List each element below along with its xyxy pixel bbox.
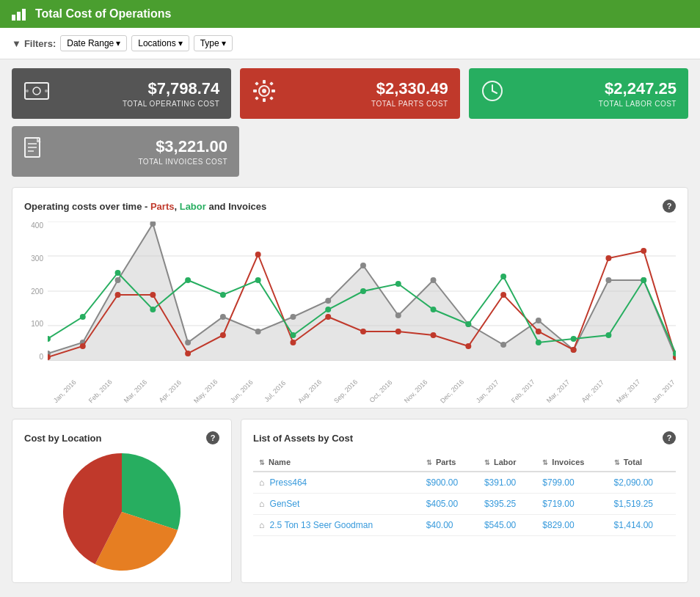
total-labor-cost-label: TOTAL LABOR COST — [514, 100, 677, 108]
svg-point-74 — [255, 277, 261, 283]
svg-point-62 — [500, 292, 506, 298]
svg-rect-1 — [17, 12, 21, 21]
svg-point-39 — [360, 263, 366, 268]
total-parts-cost-label: TOTAL PARTS COST — [287, 100, 448, 108]
chevron-down-icon: ▾ — [222, 38, 226, 48]
cost-by-location-help-icon[interactable]: ? — [206, 431, 219, 444]
chart-title: Operating costs over time - Parts, Labor… — [24, 199, 676, 213]
chart-y-labels: 400 300 200 100 0 — [24, 221, 46, 361]
asset-parts-cell: $405.00 — [420, 494, 478, 515]
chevron-down-icon: ▾ — [116, 38, 120, 48]
chart-help-icon[interactable]: ? — [663, 199, 676, 213]
file-icon — [23, 136, 44, 166]
total-parts-cost-card: $2,330.49 TOTAL PARTS COST — [240, 68, 459, 119]
date-range-filter[interactable]: Date Range ▾ — [60, 35, 127, 51]
svg-rect-10 — [253, 89, 257, 92]
svg-point-38 — [325, 298, 331, 304]
home-icon: ⌂ — [259, 499, 264, 509]
total-labor-cost-info: $2,247.25 TOTAL LABOR COST — [514, 79, 677, 108]
svg-point-56 — [290, 340, 296, 345]
total-operating-cost-value: $7,798.74 — [60, 79, 219, 98]
chart-panel: Operating costs over time - Parts, Labor… — [12, 187, 688, 409]
asset-total-cell: $1,414.00 — [608, 515, 676, 536]
bar-chart-icon — [12, 7, 28, 21]
col-labor[interactable]: ⇅ Labor — [478, 453, 536, 472]
svg-point-72 — [185, 277, 191, 283]
svg-point-69 — [80, 314, 86, 320]
sort-icon: ⇅ — [484, 459, 490, 466]
svg-point-43 — [500, 342, 506, 348]
total-operating-cost-info: $7,798.74 TOTAL OPERATING COST — [60, 79, 219, 108]
clock-icon — [481, 79, 504, 108]
sort-icon: ⇅ — [614, 459, 620, 466]
home-icon: ⌂ — [259, 520, 264, 530]
type-filter[interactable]: Type ▾ — [194, 35, 233, 51]
svg-point-55 — [255, 252, 261, 257]
locations-filter[interactable]: Locations ▾ — [131, 35, 189, 51]
total-invoices-cost-value: $3,221.00 — [54, 137, 227, 156]
app-title: Total Cost of Operations — [35, 7, 171, 21]
svg-point-52 — [150, 292, 156, 298]
asset-name-cell: ⌂ Press464 — [253, 472, 420, 494]
svg-rect-9 — [263, 98, 266, 102]
asset-name-cell: ⌂ 2.5 Ton 13 Seer Goodman — [253, 515, 420, 536]
filters-label: ▼ Filters: — [12, 38, 56, 49]
svg-point-44 — [536, 318, 542, 323]
gear-icon — [252, 78, 277, 109]
svg-point-41 — [431, 277, 437, 283]
asset-name-link[interactable]: Press464 — [270, 477, 307, 488]
assets-table-help-icon[interactable]: ? — [663, 431, 676, 444]
table-row: ⌂ Press464 $900.00 $391.00 $799.00 $2,09… — [253, 472, 676, 494]
asset-parts-cell: $40.00 — [420, 515, 478, 536]
col-name[interactable]: ⇅ Name — [253, 453, 420, 472]
svg-point-34 — [185, 340, 191, 345]
svg-point-78 — [395, 281, 401, 287]
chart-svg — [48, 221, 676, 361]
svg-rect-15 — [269, 96, 274, 100]
stat-cards-row1: $7,798.74 TOTAL OPERATING COST — [12, 68, 688, 119]
svg-point-50 — [80, 343, 86, 349]
col-parts[interactable]: ⇅ Parts — [420, 453, 478, 472]
sort-icon: ⇅ — [542, 459, 548, 466]
svg-point-79 — [431, 307, 437, 312]
total-invoices-cost-label: TOTAL INVOICES COST — [54, 158, 227, 166]
svg-point-37 — [290, 314, 296, 320]
asset-total-cell: $2,090.00 — [608, 472, 676, 494]
assets-table-title: List of Assets by Cost ? — [253, 431, 676, 444]
chart-container: 400 300 200 100 0 — [24, 221, 676, 383]
svg-point-59 — [395, 329, 401, 334]
asset-invoices-cell: $799.00 — [536, 472, 608, 494]
total-parts-cost-value: $2,330.49 — [287, 79, 448, 98]
svg-point-65 — [605, 255, 611, 261]
svg-point-83 — [571, 336, 577, 342]
chart-x-labels: Jan, 2016 Feb, 2016 Mar, 2016 Apr, 2016 … — [48, 389, 676, 396]
sort-icon: ⇅ — [426, 459, 432, 466]
svg-point-77 — [360, 288, 366, 294]
svg-point-75 — [290, 332, 296, 338]
total-operating-cost-label: TOTAL OPERATING COST — [60, 100, 219, 108]
svg-point-4 — [33, 87, 40, 95]
chevron-down-icon: ▾ — [178, 38, 183, 48]
table-header-row: ⇅ Name ⇅ Parts ⇅ Labor ⇅ — [253, 453, 676, 472]
svg-rect-11 — [271, 89, 275, 92]
dollar-icon — [23, 80, 50, 107]
svg-point-63 — [536, 329, 542, 334]
pie-chart-container — [24, 453, 219, 571]
assets-by-cost-panel: List of Assets by Cost ? ⇅ Name ⇅ Parts — [241, 419, 688, 583]
svg-point-5 — [26, 89, 29, 92]
svg-point-36 — [255, 329, 261, 334]
asset-name-link[interactable]: GenSet — [270, 499, 300, 509]
svg-line-18 — [492, 91, 497, 93]
asset-name-link[interactable]: 2.5 Ton 13 Seer Goodman — [270, 520, 373, 530]
svg-rect-13 — [269, 81, 274, 86]
pie-chart — [63, 453, 181, 571]
svg-point-51 — [115, 292, 121, 298]
svg-point-6 — [45, 89, 48, 92]
svg-point-61 — [465, 343, 471, 349]
svg-point-76 — [325, 307, 331, 312]
svg-point-85 — [641, 277, 646, 283]
col-total[interactable]: ⇅ Total — [608, 453, 676, 472]
col-invoices[interactable]: ⇅ Invoices — [536, 453, 608, 472]
total-labor-cost-value: $2,247.25 — [514, 79, 677, 98]
asset-name-cell: ⌂ GenSet — [253, 494, 420, 515]
